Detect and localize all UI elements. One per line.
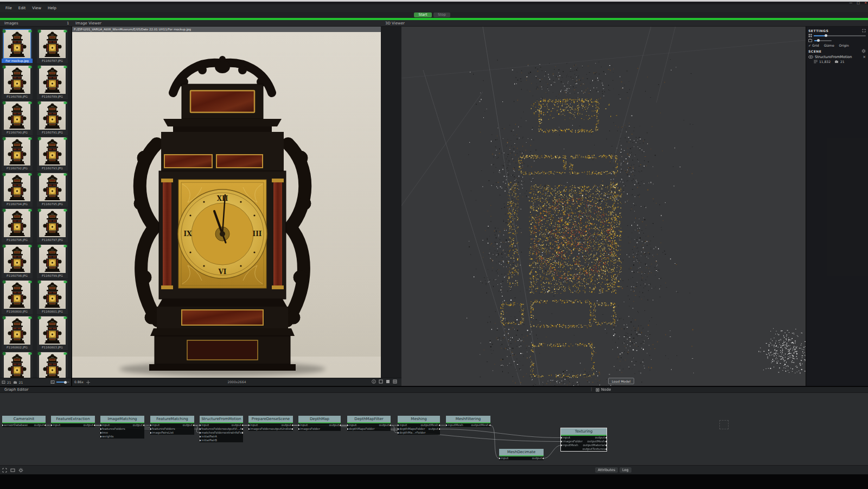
output-pin[interactable] xyxy=(340,424,341,426)
output-pin[interactable] xyxy=(605,448,607,450)
output-pin[interactable] xyxy=(605,437,607,439)
input-pin[interactable] xyxy=(2,424,3,426)
input-pin[interactable] xyxy=(200,440,201,441)
graph-node-meshing[interactable]: MeshinginputoutputMeshdepthMapsFolderout… xyxy=(398,416,440,435)
input-pin[interactable] xyxy=(561,437,562,439)
thumbnail-size-slider[interactable] xyxy=(56,382,69,383)
graph-node-camerainit[interactable]: CameraInitsensorDatabaseoutput xyxy=(2,416,46,427)
input-pin[interactable] xyxy=(347,424,348,426)
image-thumbnail[interactable] xyxy=(37,351,68,378)
close-button[interactable]: × xyxy=(864,0,867,5)
image-thumbnail[interactable]: For mockup.jpg xyxy=(2,29,33,63)
menu-help[interactable]: Help xyxy=(44,6,60,10)
visibility-eye-icon[interactable] xyxy=(808,55,813,59)
image-thumbnail[interactable]: P1160797.JPG xyxy=(37,208,68,243)
output-pin[interactable] xyxy=(390,424,391,426)
image-thumbnail[interactable]: P1160800.JPG xyxy=(2,280,33,314)
image-thumbnail[interactable]: P1160787.JPG xyxy=(37,29,68,63)
output-pin[interactable] xyxy=(242,428,243,430)
input-pin[interactable] xyxy=(347,428,348,430)
info-icon[interactable] xyxy=(372,379,376,384)
input-pin[interactable] xyxy=(499,458,500,459)
expand-panel-icon[interactable] xyxy=(862,29,866,33)
graph-node-meshdecimate[interactable]: MeshDecimateinputoutput xyxy=(499,449,544,460)
image-thumbnail[interactable]: P1160798.JPG xyxy=(2,244,33,278)
output-pin[interactable] xyxy=(242,424,243,426)
tab-attributes[interactable]: Attributes xyxy=(595,467,618,473)
minimap-icon[interactable] xyxy=(10,468,15,473)
image-thumbnail[interactable]: P1160792.JPG xyxy=(2,136,33,171)
tab-log[interactable]: Log xyxy=(620,467,631,473)
window-controls[interactable]: — □ × xyxy=(849,0,867,5)
output-pin[interactable] xyxy=(242,432,243,434)
image-thumbnail[interactable]: P1160789.JPG xyxy=(37,65,68,99)
input-pin[interactable] xyxy=(51,424,52,426)
input-pin[interactable] xyxy=(200,436,201,437)
input-pin[interactable] xyxy=(298,424,299,426)
point-size-slider[interactable] xyxy=(814,35,866,36)
minimize-button[interactable]: — xyxy=(849,0,852,5)
output-pin[interactable] xyxy=(542,458,544,459)
graph-node-featureextraction[interactable]: FeatureExtractioninputoutput xyxy=(51,416,95,427)
output-pin[interactable] xyxy=(94,424,95,426)
image-thumbnail[interactable]: P1160795.JPG xyxy=(37,172,68,207)
image-thumbnail[interactable]: P1160791.JPG xyxy=(37,100,68,135)
output-pin[interactable] xyxy=(292,428,293,430)
output-pin[interactable] xyxy=(292,424,293,426)
image-thumbnail[interactable]: P1160790.JPG xyxy=(2,100,33,135)
output-pin[interactable] xyxy=(489,424,490,426)
graph-node-texturing[interactable]: TexturinginputoutputimagesFolderoutputMe… xyxy=(561,428,607,451)
output-pin[interactable] xyxy=(143,424,144,426)
origin-toggle[interactable]: Origin xyxy=(839,43,849,47)
fit-graph-icon[interactable] xyxy=(2,468,7,473)
grid-toggle[interactable]: ✓Grid xyxy=(808,43,819,47)
graph-node-preparedensescene[interactable]: PrepareDenseSceneinputoutputimagesFolder… xyxy=(248,416,293,431)
menu-file[interactable]: File xyxy=(2,6,15,10)
graph-node-meshfiltering[interactable]: MeshFilteringinputMeshoutputMesh xyxy=(446,416,490,427)
graph-settings-gear-icon[interactable] xyxy=(18,468,23,473)
output-pin[interactable] xyxy=(605,444,607,446)
graph-node-depthmapfilter[interactable]: DepthMapFilterinputoutputdepthMapsFolder xyxy=(347,416,391,431)
input-pin[interactable] xyxy=(561,441,562,442)
grid-view-icon[interactable] xyxy=(393,379,397,384)
maximize-button[interactable]: □ xyxy=(857,0,860,5)
input-pin[interactable] xyxy=(100,428,101,430)
graph-node-imagematching[interactable]: ImageMatchinginputoutputfeaturesFolderst… xyxy=(100,416,144,439)
camera-size-slider[interactable] xyxy=(814,40,832,41)
graph-canvas[interactable]: CameraInitsensorDatabaseoutputFeatureExt… xyxy=(0,393,868,465)
split-view-icon[interactable] xyxy=(386,379,390,384)
scene-item-structurefrommotion[interactable]: StructureFromMotion × xyxy=(808,55,866,59)
input-pin[interactable] xyxy=(398,432,399,434)
input-pin[interactable] xyxy=(150,428,151,430)
load-model-button[interactable]: Load Model xyxy=(608,378,634,384)
graph-node-featurematching[interactable]: FeatureMatchinginputoutputfeaturesFolder… xyxy=(150,416,194,435)
input-pin[interactable] xyxy=(446,424,447,426)
image-thumbnail[interactable]: P1160793.JPG xyxy=(37,136,68,171)
input-pin[interactable] xyxy=(100,432,101,434)
input-pin[interactable] xyxy=(200,424,201,426)
menu-edit[interactable]: Edit xyxy=(15,6,29,10)
input-pin[interactable] xyxy=(200,432,201,434)
image-thumbnail[interactable]: P1160788.JPG xyxy=(2,65,33,99)
input-pin[interactable] xyxy=(398,428,399,430)
input-pin[interactable] xyxy=(398,424,399,426)
input-pin[interactable] xyxy=(248,424,250,426)
output-pin[interactable] xyxy=(44,424,46,426)
output-pin[interactable] xyxy=(605,441,607,442)
stop-button[interactable]: Stop xyxy=(433,12,450,17)
input-pin[interactable] xyxy=(150,432,151,434)
image-thumbnail[interactable]: P1160803.JPG xyxy=(37,315,68,350)
output-pin[interactable] xyxy=(439,424,440,426)
menu-view[interactable]: View xyxy=(29,6,44,10)
input-pin[interactable] xyxy=(248,428,250,430)
image-thumbnail[interactable]: P1160796.JPG xyxy=(2,208,33,243)
input-pin[interactable] xyxy=(561,444,562,446)
point-cloud-viewport[interactable] xyxy=(401,27,806,386)
graph-node-depthmap[interactable]: DepthMapinputoutputimagesFolder xyxy=(298,416,341,431)
viewer3d-panel[interactable]: Load Model xyxy=(401,27,806,386)
input-pin[interactable] xyxy=(150,424,151,426)
image-thumbnail[interactable]: P1160794.JPG xyxy=(2,172,33,207)
node-menu-button[interactable]: Node xyxy=(596,388,611,392)
image-thumbnail[interactable] xyxy=(2,351,33,378)
output-pin[interactable] xyxy=(439,428,440,430)
